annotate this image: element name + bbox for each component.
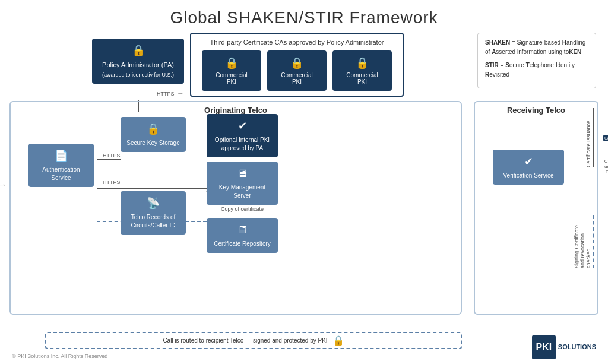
cert-repo-container: 🖥 Certificate Repository — [207, 218, 278, 253]
policy-admin-sublabel: (awarded to iconectiv for U.S.) — [102, 72, 174, 78]
secure-key-container: 🔒 Secure Key Storage — [121, 117, 186, 152]
cert-issuance-label: Certificate Issuance — [585, 108, 594, 167]
auth-service-box: 📄 Authentication Service — [28, 144, 94, 187]
optional-pki-box: ✔ Optional Internal PKI approved by PA — [207, 114, 278, 157]
shaken-stir-box: SHAKEN = Signature-based Handling of Ass… — [477, 33, 596, 88]
https-label-top: HTTPS — [157, 91, 175, 97]
auth-service-label: Authentication Service — [42, 166, 80, 181]
pki-logo-box: PKI — [532, 335, 556, 359]
optional-pki-icon: ✔ — [211, 119, 273, 134]
lock-icon: 🔒 — [99, 43, 177, 58]
pki-solutions-label: SOLUTIONS — [558, 343, 596, 350]
main-diagram: Originating Telco 📄 Authentication Servi… — [10, 101, 598, 333]
pki-label-2: Commercial PKI — [281, 72, 312, 85]
telco-records-box: 📡 Telco Records of Circuits/Caller ID — [121, 191, 186, 235]
commercial-pki-1: 🔒 Commercial PKI — [202, 50, 261, 91]
shaken-stir-block: SHAKEN = Signature-based Handling of Ass… — [477, 33, 596, 88]
caller-label: Call is placed — [0, 168, 7, 180]
copy-cert-label: Copy of certificate — [207, 206, 278, 212]
cert-repo-icon: 🖥 — [211, 223, 273, 238]
commercial-pki-3: 🔒 Commercial PKI — [332, 50, 392, 91]
cert-cas-title: Third-party Certificate CAs approved by … — [198, 39, 395, 46]
cert-cas-box: Third-party Certificate CAs approved by … — [190, 33, 404, 97]
phone-icon-container: 📱 📶 Caller ID Call presented to user wit… — [601, 137, 608, 175]
pki-lock-icon-1: 🔒 — [210, 56, 253, 69]
pki-label-3: Commercial PKI — [346, 72, 378, 85]
telco-records-icon: 📡 — [125, 196, 181, 211]
caller-person-icon: 👤 — [0, 148, 7, 168]
auth-service-container: 📄 Authentication Service — [28, 144, 94, 187]
commercial-pki-2: 🔒 Commercial PKI — [267, 50, 327, 91]
verif-service-label: Verification Service — [503, 172, 553, 179]
orig-telco-title: Originating Telco — [11, 106, 461, 115]
key-mgmt-icon: 🖥 — [211, 166, 273, 181]
stir-def: STIR = Secure Telephone Identity Revisit… — [485, 61, 588, 80]
cert-repo-label: Certificate Repository — [214, 240, 271, 247]
verif-service-container: ✔ Verification Service — [493, 150, 564, 185]
signing-cert-text: Signing Certificate and revocation check… — [574, 225, 591, 268]
key-mgmt-label: Key Management Server — [219, 184, 265, 199]
pki-lock-icon-3: 🔒 — [341, 56, 384, 69]
arrow-head-keymgmt: ↓ — [205, 185, 208, 194]
dashed-arrow-certrepo — [97, 221, 207, 222]
arrow-auth-keymgmt — [97, 188, 207, 189]
route-box: Call is routed to recipient Telco — sign… — [45, 332, 462, 349]
receiver-label: Call presented to user with verified Cal… — [601, 159, 608, 175]
route-label: Call is routed to recipient Telco — sign… — [163, 337, 327, 344]
commercial-pki-row: 🔒 Commercial PKI 🔒 Commercial PKI 🔒 Comm… — [198, 50, 395, 91]
key-mgmt-box: 🖥 Key Management Server — [207, 162, 278, 205]
secure-key-icon: 🔒 — [125, 122, 181, 137]
https-orig-top: HTTPS — [103, 153, 121, 159]
optional-pki-container: ✔ Optional Internal PKI approved by PA — [207, 114, 278, 157]
telco-records-container: 📡 Telco Records of Circuits/Caller ID — [121, 191, 186, 235]
recv-telco-title: Receiving Telco — [475, 106, 597, 115]
verif-service-box: ✔ Verification Service — [493, 150, 564, 185]
caller-id-badge: Caller ID — [603, 135, 608, 141]
pki-logo-text: PKI — [536, 342, 552, 353]
originating-telco-container: Originating Telco 📄 Authentication Servi… — [10, 101, 462, 315]
optional-pki-label: Optional Internal PKI approved by PA — [215, 137, 270, 151]
pki-solutions-text: SOLUTIONS — [558, 343, 596, 351]
receiving-telco-container: Receiving Telco ✔ Verification Service C… — [474, 101, 598, 315]
main-title: Global SHAKEN/STIR Framework — [0, 0, 608, 27]
auth-service-icon: 📄 — [33, 148, 89, 163]
shaken-def: SHAKEN = Signature-based Handling of Ass… — [485, 38, 588, 57]
verif-service-icon: ✔ — [498, 154, 559, 169]
policy-admin-box: 🔒 Policy Administrator (PA) (awarded to … — [92, 39, 184, 84]
key-mgmt-container: 🖥 Key Management Server Copy of certific… — [207, 162, 278, 212]
arrow-right-icon: → — [177, 89, 184, 97]
pki-logo: PKI SOLUTIONS — [532, 335, 596, 359]
arrow-auth-secure — [97, 159, 121, 160]
pki-lock-icon-2: 🔒 — [276, 56, 318, 69]
cert-repo-box: 🖥 Certificate Repository — [207, 218, 278, 253]
policy-admin-label: Policy Administrator (PA) — [102, 61, 174, 68]
caller-icon-container: 👤 Call is placed → — [0, 148, 7, 189]
cert-cas-block: Third-party Certificate CAs approved by … — [190, 33, 404, 97]
pki-label-1: Commercial PKI — [216, 72, 247, 85]
secure-key-label: Secure Key Storage — [126, 140, 180, 146]
https-orig-bottom: HTTPS — [103, 179, 121, 185]
signing-cert-label: Signing Certificate and revocation check… — [574, 215, 594, 268]
route-lock-icon: 🔒 — [332, 335, 344, 346]
footer-text: © PKI Solutions Inc. All Rights Reserved — [12, 353, 107, 359]
cert-issuance-text: Certificate Issuance — [585, 121, 591, 167]
secure-key-box: 🔒 Secure Key Storage — [121, 117, 186, 152]
